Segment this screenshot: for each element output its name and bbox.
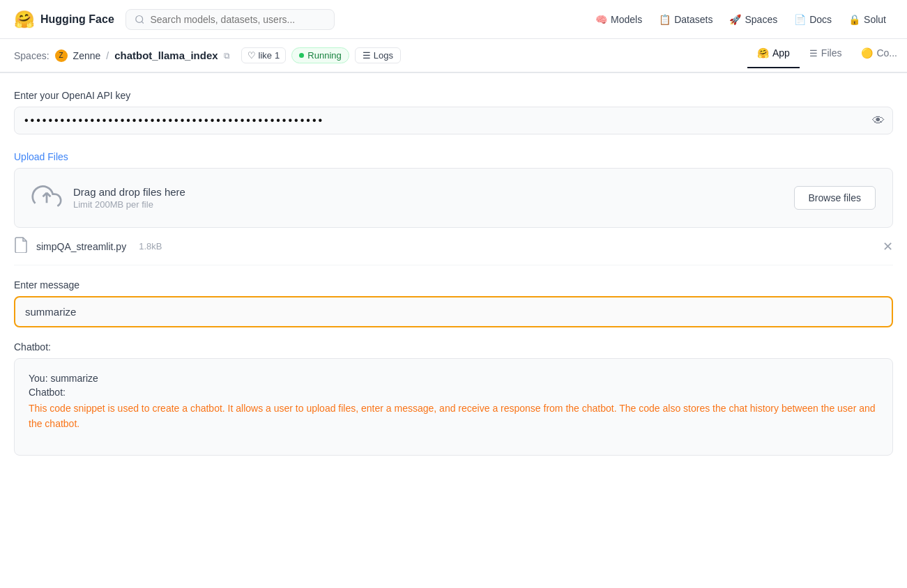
file-remove-button[interactable]: ✕ — [883, 239, 893, 254]
upload-left: Drag and drop files here Limit 200MB per… — [31, 183, 185, 213]
repo-name: chatbot_llama_index — [114, 49, 218, 61]
nav-models[interactable]: 🧠 Models — [588, 10, 649, 29]
svg-point-0 — [136, 15, 143, 22]
breadcrumb-user[interactable]: Zenne — [73, 50, 101, 61]
logs-label: Logs — [374, 50, 393, 61]
sub-header-container: Spaces: Z Zenne / chatbot_llama_index ⧉ … — [0, 39, 907, 73]
chatbot-box: You: summarize Chatbot: This code snippe… — [14, 358, 893, 456]
browse-files-button[interactable]: Browse files — [794, 186, 876, 210]
sub-header: Spaces: Z Zenne / chatbot_llama_index ⧉ … — [0, 39, 907, 72]
datasets-icon: 📋 — [659, 14, 671, 25]
you-message: summarize — [50, 373, 98, 384]
search-input[interactable] — [150, 14, 325, 25]
logo-emoji: 🤗 — [14, 10, 35, 29]
chat-bot-label: Chatbot: — [29, 387, 878, 398]
main-content: Enter your OpenAI API key 👁 Upload Files… — [0, 73, 907, 472]
file-icon — [14, 236, 28, 256]
chat-you: You: summarize — [29, 373, 878, 384]
eye-icon[interactable]: 👁 — [872, 114, 885, 128]
search-bar[interactable] — [125, 9, 335, 30]
search-icon — [135, 14, 145, 25]
status-badge: Running — [291, 47, 349, 63]
copy-icon[interactable]: ⧉ — [224, 51, 230, 61]
tab-community[interactable]: 🟡 Co... — [851, 39, 907, 68]
tab-bar: 🤗 App ☰ Files 🟡 Co... — [747, 39, 907, 68]
upload-cloud-icon — [31, 183, 62, 213]
file-size: 1.8kB — [139, 241, 162, 252]
nav-datasets-label: Datasets — [674, 14, 712, 25]
models-icon: 🧠 — [595, 14, 607, 25]
logs-button[interactable]: ☰ Logs — [355, 47, 401, 63]
spaces-label: Spaces: — [14, 50, 49, 61]
nav-docs[interactable]: 📄 Docs — [787, 10, 839, 29]
upload-dropzone[interactable]: Drag and drop files here Limit 200MB per… — [14, 168, 893, 228]
upload-title: Drag and drop files here — [73, 186, 185, 198]
nav-docs-label: Docs — [809, 14, 832, 25]
app-tab-icon: 🤗 — [757, 47, 769, 59]
docs-icon: 📄 — [794, 14, 806, 25]
heart-icon: ♡ — [247, 50, 256, 61]
chat-response: This code snippet is used to create a ch… — [29, 401, 878, 432]
chatbot-section: Chatbot: You: summarize Chatbot: This co… — [14, 341, 893, 456]
nav-links: 🧠 Models 📋 Datasets 🚀 Spaces 📄 Docs 🔒 So… — [588, 10, 893, 29]
like-label: like — [259, 50, 273, 61]
logo: 🤗 Hugging Face — [14, 10, 114, 29]
tab-app[interactable]: 🤗 App — [747, 39, 800, 68]
breadcrumb-separator: / — [106, 50, 109, 61]
logs-icon: ☰ — [363, 50, 371, 61]
user-avatar: Z — [55, 49, 68, 62]
nav-datasets[interactable]: 📋 Datasets — [652, 10, 719, 29]
like-button[interactable]: ♡ like 1 — [241, 47, 287, 63]
api-key-wrapper: 👁 — [14, 107, 893, 134]
community-tab-icon: 🟡 — [861, 47, 873, 59]
nav-solutions[interactable]: 🔒 Solut — [841, 10, 893, 29]
api-key-label: Enter your OpenAI API key — [14, 90, 893, 101]
message-section: Enter message — [14, 279, 893, 327]
nav-models-label: Models — [611, 14, 642, 25]
chatbot-label: Chatbot: — [14, 341, 893, 353]
spaces-icon: 🚀 — [729, 14, 741, 25]
upload-limit: Limit 200MB per file — [73, 199, 185, 210]
nav-spaces[interactable]: 🚀 Spaces — [722, 10, 784, 29]
header: 🤗 Hugging Face 🧠 Models 📋 Datasets 🚀 Spa… — [0, 0, 907, 39]
upload-text: Drag and drop files here Limit 200MB per… — [73, 186, 185, 210]
uploaded-file-row: simpQA_streamlit.py 1.8kB ✕ — [14, 228, 893, 265]
tab-files-label: Files — [821, 47, 842, 59]
files-tab-icon: ☰ — [809, 48, 818, 59]
upload-label: Upload Files — [14, 151, 893, 162]
nav-solutions-label: Solut — [864, 14, 886, 25]
like-count: 1 — [275, 50, 280, 61]
upload-section: Upload Files Drag and drop files here Li… — [14, 151, 893, 265]
message-input[interactable] — [14, 296, 893, 327]
you-prefix: You: — [29, 373, 48, 384]
tab-community-label: Co... — [876, 47, 897, 59]
tab-files[interactable]: ☰ Files — [800, 39, 852, 68]
solutions-icon: 🔒 — [848, 14, 860, 25]
api-key-input[interactable] — [14, 107, 893, 134]
nav-spaces-label: Spaces — [745, 14, 777, 25]
file-name: simpQA_streamlit.py — [36, 241, 126, 252]
tab-app-label: App — [772, 47, 790, 59]
app-title: Hugging Face — [40, 13, 114, 26]
message-label: Enter message — [14, 279, 893, 291]
status-dot — [299, 53, 304, 58]
api-key-section: Enter your OpenAI API key 👁 — [14, 90, 893, 134]
status-label: Running — [307, 50, 341, 61]
